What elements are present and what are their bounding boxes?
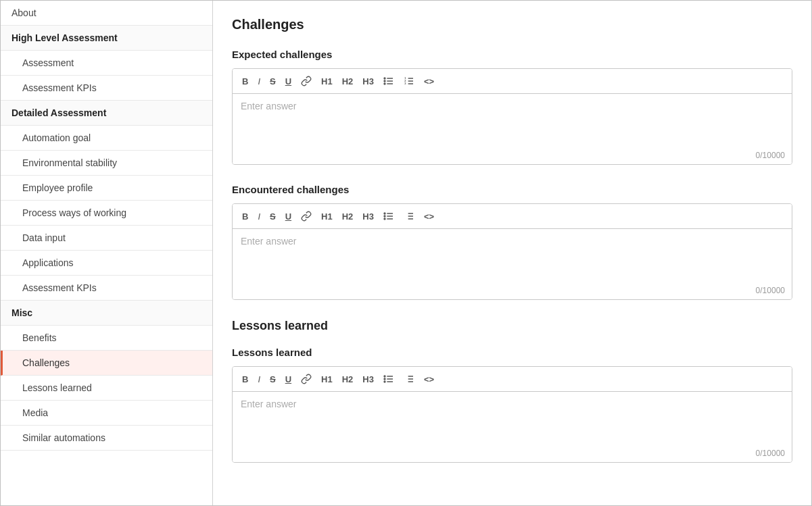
- strikethrough-button-3[interactable]: S: [266, 372, 280, 387]
- bullet-list-button[interactable]: [379, 73, 398, 89]
- expected-challenges-input[interactable]: Enter answer: [233, 94, 792, 148]
- svg-point-3: [384, 78, 385, 79]
- svg-point-26: [384, 381, 385, 382]
- lessons-learned-label: Lessons learned: [232, 347, 792, 358]
- sidebar-item-data-input[interactable]: Data input: [1, 226, 212, 251]
- encountered-challenges-placeholder: Enter answer: [241, 236, 296, 247]
- expected-challenges-editor: B I S U H1 H2 H3 123 <> Enter answer: [232, 68, 792, 165]
- bullet-list-button-2[interactable]: [379, 208, 398, 224]
- expected-challenges-toolbar: B I S U H1 H2 H3 123 <>: [233, 69, 792, 94]
- svg-point-24: [384, 376, 385, 377]
- bullet-list-button-3[interactable]: [379, 371, 398, 387]
- strikethrough-button[interactable]: S: [266, 74, 280, 89]
- expected-challenges-placeholder: Enter answer: [241, 101, 296, 111]
- h2-button[interactable]: H2: [338, 74, 358, 89]
- sidebar-item-challenges[interactable]: Challenges: [1, 351, 212, 376]
- underline-button[interactable]: U: [281, 74, 295, 89]
- expected-challenges-counter: 0/10000: [233, 148, 792, 164]
- underline-button-2[interactable]: U: [281, 209, 295, 224]
- sidebar-item-about[interactable]: About: [1, 1, 212, 26]
- encountered-challenges-editor: B I S U H1 H2 H3 <> Enter answer: [232, 203, 792, 300]
- link-button[interactable]: [297, 73, 316, 89]
- italic-button-2[interactable]: I: [254, 209, 264, 224]
- lessons-learned-input[interactable]: Enter answer: [233, 392, 792, 446]
- underline-button-3[interactable]: U: [281, 372, 295, 387]
- expected-challenges-block: Expected challenges B I S U H1 H2 H3 123: [232, 49, 792, 165]
- sidebar-item-lessons-learned[interactable]: Lessons learned: [1, 376, 212, 401]
- h1-button-3[interactable]: H1: [317, 372, 337, 387]
- sidebar-item-employee-profile[interactable]: Employee profile: [1, 176, 212, 201]
- expected-challenges-label: Expected challenges: [232, 49, 792, 60]
- sidebar-item-automation-goal[interactable]: Automation goal: [1, 126, 212, 151]
- sidebar-item-process-ways-of-working[interactable]: Process ways of working: [1, 201, 212, 226]
- strikethrough-button-2[interactable]: S: [266, 209, 280, 224]
- code-button-3[interactable]: <>: [420, 372, 438, 387]
- encountered-challenges-input[interactable]: Enter answer: [233, 229, 792, 283]
- sidebar-item-benefits[interactable]: Benefits: [1, 326, 212, 351]
- sidebar-item-assessment-kpis-1[interactable]: Assessment KPIs: [1, 76, 212, 101]
- h3-button-3[interactable]: H3: [358, 372, 378, 387]
- code-button-2[interactable]: <>: [420, 209, 438, 224]
- lessons-learned-block: Lessons learned B I S U H1 H2 H3: [232, 347, 792, 463]
- h3-button[interactable]: H3: [358, 74, 378, 89]
- encountered-challenges-toolbar: B I S U H1 H2 H3 <>: [233, 204, 792, 229]
- ordered-list-button-3[interactable]: [400, 371, 419, 387]
- encountered-challenges-label: Encountered challenges: [232, 184, 792, 195]
- lessons-learned-section-title: Lessons learned: [232, 319, 792, 333]
- svg-point-4: [384, 80, 385, 82]
- h1-button[interactable]: H1: [317, 74, 337, 89]
- italic-button-3[interactable]: I: [254, 372, 264, 387]
- sidebar-item-applications[interactable]: Applications: [1, 251, 212, 276]
- sidebar-item-assessment[interactable]: Assessment: [1, 51, 212, 76]
- encountered-challenges-block: Encountered challenges B I S U H1 H2 H3: [232, 184, 792, 300]
- svg-text:3: 3: [404, 82, 406, 85]
- sidebar-section-detailed-assessment: Detailed Assessment: [1, 101, 212, 126]
- code-button[interactable]: <>: [420, 74, 438, 89]
- sidebar-item-assessment-kpis-2[interactable]: Assessment KPIs: [1, 276, 212, 301]
- encountered-challenges-counter: 0/10000: [233, 283, 792, 299]
- lessons-learned-counter: 0/10000: [233, 446, 792, 462]
- bold-button[interactable]: B: [238, 74, 252, 89]
- svg-point-25: [384, 378, 385, 380]
- link-button-3[interactable]: [297, 371, 316, 387]
- h3-button-2[interactable]: H3: [358, 209, 378, 224]
- svg-point-15: [384, 213, 385, 214]
- lessons-learned-editor: B I S U H1 H2 H3 <>: [232, 366, 792, 463]
- svg-point-5: [384, 83, 385, 84]
- sidebar-section-misc: Misc: [1, 301, 212, 326]
- h1-button-2[interactable]: H1: [317, 209, 337, 224]
- link-button-2[interactable]: [297, 208, 316, 224]
- h2-button-3[interactable]: H2: [338, 372, 358, 387]
- svg-point-17: [384, 218, 385, 220]
- sidebar-item-environmental-stability[interactable]: Environmental stability: [1, 151, 212, 176]
- lessons-learned-placeholder: Enter answer: [241, 399, 296, 409]
- ordered-list-button[interactable]: 123: [400, 73, 419, 89]
- svg-point-16: [384, 216, 385, 217]
- italic-button[interactable]: I: [254, 74, 264, 89]
- bold-button-3[interactable]: B: [238, 372, 252, 387]
- bold-button-2[interactable]: B: [238, 209, 252, 224]
- h2-button-2[interactable]: H2: [338, 209, 358, 224]
- lessons-learned-toolbar: B I S U H1 H2 H3 <>: [233, 367, 792, 392]
- page-title: Challenges: [232, 17, 792, 32]
- lessons-learned-section: Lessons learned Lessons learned B I S U …: [232, 319, 792, 463]
- sidebar-item-media[interactable]: Media: [1, 401, 212, 426]
- sidebar-section-high-level-assessment: High Level Assessment: [1, 26, 212, 51]
- sidebar: AboutHigh Level AssessmentAssessmentAsse…: [1, 1, 213, 505]
- sidebar-item-similar-automations[interactable]: Similar automations: [1, 426, 212, 451]
- main-content: Challenges Expected challenges B I S U H…: [213, 1, 811, 505]
- ordered-list-button-2[interactable]: [400, 208, 419, 224]
